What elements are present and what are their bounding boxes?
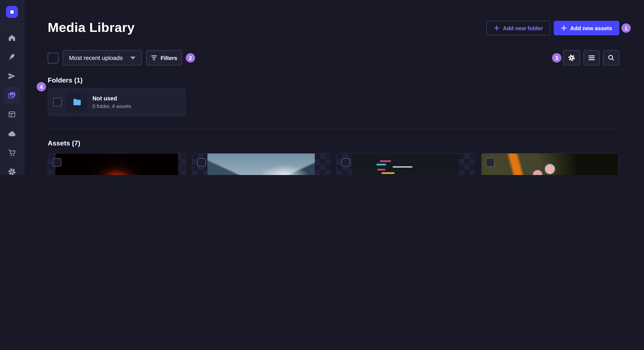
- sidebar-item-cart[interactable]: [4, 144, 20, 161]
- asset-thumbnail: [192, 154, 330, 175]
- asset-checkbox[interactable]: [342, 158, 350, 167]
- folder-meta: 0 folder, 4 assets: [92, 103, 131, 109]
- filters-button[interactable]: Filters: [146, 50, 182, 65]
- sidebar-item-home[interactable]: [4, 29, 20, 46]
- chevron-down-icon: [130, 56, 136, 59]
- search-button[interactable]: [603, 50, 619, 65]
- app-root: KD Media Library Add new folder A: [0, 0, 644, 175]
- folders-heading: Folders (1): [48, 77, 619, 84]
- add-new-assets-label: Add new assets: [570, 25, 612, 31]
- home-icon: [8, 34, 16, 42]
- select-all-checkbox[interactable]: [48, 52, 58, 63]
- folder-card[interactable]: Not used 0 folder, 4 assets: [48, 88, 186, 116]
- plus-icon: [494, 25, 500, 31]
- asset-checkbox[interactable]: [486, 158, 494, 167]
- sidebar-item-gear[interactable]: [4, 163, 20, 175]
- annotation-badge-4: 4: [37, 82, 46, 91]
- assets-heading: Assets (7): [48, 140, 619, 147]
- search-icon: [608, 54, 614, 61]
- folder-icon: [72, 97, 82, 107]
- gear-icon: [568, 54, 576, 62]
- cart-icon: [8, 149, 16, 157]
- sidebar-item-paper-plane[interactable]: [4, 68, 20, 85]
- list-view-button[interactable]: [584, 50, 600, 65]
- sidebar-item-images[interactable]: [4, 87, 20, 104]
- sidebar-item-layout[interactable]: [4, 106, 20, 123]
- asset-checkbox[interactable]: [197, 158, 206, 167]
- asset-card[interactable]: beautiful-picture JPEG - 3824✕2548 IMAGE: [192, 153, 330, 175]
- asset-grid: what-s-inside-a-black-hole JPEG - 800✕46…: [48, 153, 619, 175]
- sidebar-item-feather[interactable]: [4, 48, 20, 65]
- sort-dropdown[interactable]: Most recent uploads: [62, 50, 142, 65]
- page-header: Media Library Add new folder Add new ass…: [48, 19, 619, 36]
- sidebar-item-cloud[interactable]: [4, 125, 20, 142]
- asset-thumbnail: [481, 154, 618, 175]
- asset-card[interactable]: this-shrimp-is-awesome JPEG - 1200✕630 I…: [481, 153, 619, 175]
- asset-card[interactable]: what-s-inside-a-black-hole JPEG - 800✕46…: [48, 153, 186, 175]
- feather-icon: [8, 53, 16, 61]
- main-content: Media Library Add new folder Add new ass…: [24, 0, 644, 175]
- page-title: Media Library: [48, 19, 134, 36]
- add-new-assets-button[interactable]: Add new assets: [554, 21, 619, 35]
- section-divider: [48, 129, 619, 129]
- toolbar: Most recent uploads Filters 2: [48, 50, 619, 65]
- asset-checkbox[interactable]: [53, 158, 61, 167]
- assets-section: Assets (7) what-s-inside-a-black-hole JP…: [48, 140, 619, 175]
- list-icon: [588, 55, 595, 60]
- add-new-folder-button[interactable]: Add new folder: [486, 21, 550, 35]
- annotation-badge-1: 1: [622, 23, 631, 33]
- filter-icon: [151, 55, 157, 60]
- add-new-folder-label: Add new folder: [503, 25, 543, 31]
- layout-icon: [8, 110, 16, 119]
- annotation-badge-2: 2: [186, 53, 195, 62]
- folders-section: Folders (1) 4 Not used 0 folder, 4 asset…: [48, 77, 619, 116]
- asset-thumbnail: [48, 154, 185, 175]
- asset-image: [482, 154, 618, 175]
- gear-icon: [8, 168, 16, 175]
- filters-label: Filters: [160, 55, 177, 61]
- asset-image: [208, 154, 315, 175]
- media-settings-button[interactable]: [563, 50, 580, 65]
- asset-image: [352, 154, 459, 175]
- strapi-logo-mark: [8, 8, 15, 15]
- sidebar: KD: [0, 0, 24, 175]
- asset-card[interactable]: a-bug-is-becoming-a-meme-on-the-internet…: [336, 153, 474, 175]
- strapi-logo[interactable]: [6, 6, 18, 18]
- sidebar-nav: [4, 24, 20, 175]
- images-icon: [7, 91, 16, 100]
- paper-plane-icon: [8, 72, 16, 80]
- plus-icon: [561, 25, 567, 31]
- asset-thumbnail: [337, 154, 474, 175]
- folder-name: Not used: [92, 95, 131, 102]
- asset-image: [55, 154, 178, 175]
- cloud-icon: [8, 129, 16, 138]
- sort-dropdown-value: Most recent uploads: [69, 54, 123, 61]
- folder-checkbox[interactable]: [53, 98, 62, 106]
- folder-list: Not used 0 folder, 4 assets: [48, 88, 619, 116]
- folder-icon-tile: [67, 92, 87, 112]
- annotation-badge-3: 3: [552, 53, 561, 62]
